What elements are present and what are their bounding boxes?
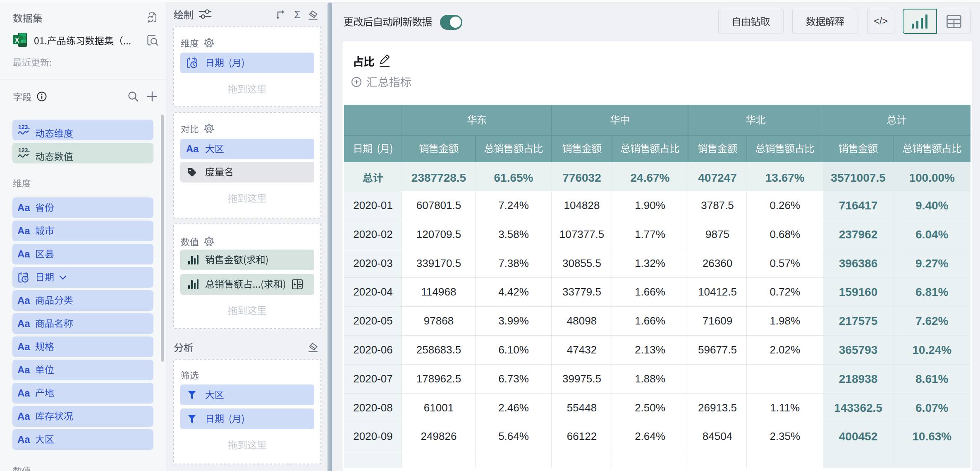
svg-text:123: 123 (18, 147, 28, 154)
svg-text:123: 123 (18, 124, 28, 130)
svg-text:X: X (15, 37, 19, 44)
